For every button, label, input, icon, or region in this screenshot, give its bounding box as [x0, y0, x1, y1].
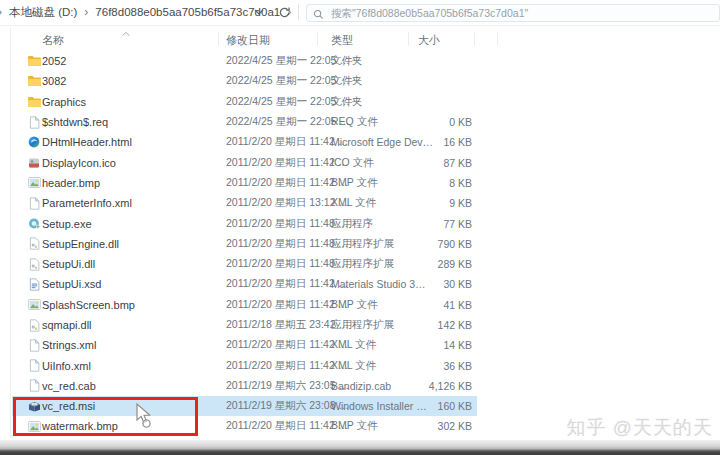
file-size: 160 KB: [395, 400, 472, 412]
file-type: REQ 文件: [331, 115, 378, 129]
column-header-type[interactable]: 类型: [331, 33, 353, 48]
file-name: SplashScreen.bmp: [42, 299, 135, 311]
file-date-modified: 2011/2/20 星期日 11:48 …: [226, 237, 348, 251]
column-divider: [474, 32, 475, 46]
file-size: 16 KB: [395, 136, 472, 148]
file-name: 2052: [42, 55, 66, 67]
file-icon: [26, 359, 42, 373]
table-row[interactable]: SplashScreen.bmp2011/2/20 星期日 11:42 …BMP…: [0, 295, 720, 315]
file-name: DisplayIcon.ico: [42, 157, 116, 169]
file-icon: [26, 196, 42, 210]
column-header-name[interactable]: 名称: [42, 33, 64, 48]
file-size: 302 KB: [395, 420, 472, 432]
column-divider: [218, 32, 219, 46]
breadcrumb-item-drive[interactable]: 本地磁盘 (D:): [9, 5, 77, 20]
file-type: 文件夹: [331, 74, 363, 88]
app-setup-icon: [26, 217, 42, 231]
file-date-modified: 2011/2/20 星期日 11:42 …: [226, 135, 348, 149]
file-date-modified: 2011/2/20 星期日 11:48 …: [226, 257, 348, 271]
annotation-red-box: [13, 397, 198, 436]
column-divider: [497, 32, 498, 46]
file-name: UiInfo.xml: [42, 360, 91, 372]
file-date-modified: 2011/2/20 星期日 11:42 …: [226, 156, 348, 170]
file-name: sqmapi.dll: [42, 319, 92, 331]
ico-icon: [26, 156, 42, 170]
file-icon: [26, 338, 42, 352]
file-type: 应用程序扩展: [331, 257, 394, 271]
file-type: 文件夹: [331, 95, 363, 109]
bottom-crop-band: [0, 440, 720, 455]
file-type: 应用程序扩展: [331, 237, 394, 251]
table-row[interactable]: DHtmlHeader.html2011/2/20 星期日 11:42 …Mic…: [0, 132, 720, 152]
file-name: SetupEngine.dll: [42, 238, 119, 250]
sort-ascending-icon: [122, 26, 130, 38]
file-name: DHtmlHeader.html: [42, 136, 132, 148]
file-type: BMP 文件: [331, 298, 377, 312]
folder-icon: [26, 74, 42, 88]
file-name: vc_red.cab: [42, 380, 96, 392]
table-row[interactable]: ParameterInfo.xml2011/2/20 星期日 13:12 …XM…: [0, 193, 720, 213]
column-header-date[interactable]: 修改日期: [226, 33, 270, 48]
file-type: XML 文件: [331, 359, 376, 373]
file-name: $shtdwn$.req: [42, 116, 108, 128]
column-header-row: 名称 修改日期 类型 大小: [0, 28, 720, 48]
dll-icon: [26, 318, 42, 332]
table-row[interactable]: $shtdwn$.req2022/4/25 星期一 22:05 …REQ 文件0…: [0, 112, 720, 132]
table-row[interactable]: sqmapi.dll2011/2/18 星期五 23:42 …应用程序扩展142…: [0, 315, 720, 335]
table-row[interactable]: Graphics2022/4/25 星期一 22:05 …文件夹: [0, 92, 720, 112]
edge-html-icon: [26, 135, 42, 149]
file-size: 289 KB: [395, 258, 472, 270]
xsd-icon: [26, 277, 42, 291]
file-size: 36 KB: [395, 360, 472, 372]
file-type: BMP 文件: [331, 419, 377, 433]
table-row[interactable]: SetupUi.xsd2011/2/20 星期日 11:42 …Material…: [0, 274, 720, 294]
table-row[interactable]: DisplayIcon.ico2011/2/20 星期日 11:42 …ICO …: [0, 152, 720, 172]
dll-icon: [26, 237, 42, 251]
chevron-right-icon: ›: [84, 6, 88, 18]
table-row[interactable]: UiInfo.xml2011/2/20 星期日 11:42 …XML 文件36 …: [0, 355, 720, 375]
image-icon: [26, 298, 42, 312]
file-type: XML 文件: [331, 338, 376, 352]
file-name: Strings.xml: [42, 339, 96, 351]
file-date-modified: 2011/2/20 星期日 11:42 …: [226, 338, 348, 352]
file-size: 8 KB: [395, 177, 472, 189]
address-bar: › 本地磁盘 (D:) › 76f8d088e0b5aa705b6f5a73c7…: [0, 0, 720, 26]
file-date-modified: 2011/2/20 星期日 11:42 …: [226, 419, 348, 433]
file-name: SetupUi.dll: [42, 258, 95, 270]
refresh-icon[interactable]: [276, 5, 292, 19]
file-icon: [26, 115, 42, 129]
table-row[interactable]: SetupUi.dll2011/2/20 星期日 11:48 …应用程序扩展28…: [0, 254, 720, 274]
file-type: 应用程序扩展: [331, 318, 394, 332]
file-size: 77 KB: [395, 218, 472, 230]
file-name: Graphics: [42, 96, 86, 108]
file-date-modified: 2011/2/20 星期日 11:42 …: [226, 277, 348, 291]
table-row[interactable]: vc_red.cab2011/2/19 星期六 23:05 …Bandizip.…: [0, 376, 720, 396]
table-row[interactable]: Strings.xml2011/2/20 星期日 11:42 …XML 文件14…: [0, 335, 720, 355]
file-type: BMP 文件: [331, 176, 377, 190]
mouse-cursor-icon: [133, 402, 155, 432]
table-row[interactable]: 20522022/4/25 星期一 22:05 …文件夹: [0, 51, 720, 71]
table-row[interactable]: 30822022/4/25 星期一 22:05 …文件夹: [0, 71, 720, 91]
table-row[interactable]: SetupEngine.dll2011/2/20 星期日 11:48 …应用程序…: [0, 234, 720, 254]
address-dropdown-chevron-icon[interactable]: [252, 5, 266, 19]
file-name: ParameterInfo.xml: [42, 197, 132, 209]
file-name: SetupUi.xsd: [42, 278, 101, 290]
search-box: [306, 3, 720, 21]
file-icon: [26, 379, 42, 393]
breadcrumb: › 本地磁盘 (D:) › 76f8d088e0b5aa705b6f5a73c7…: [0, 0, 291, 24]
file-size: 142 KB: [395, 319, 472, 331]
file-size: 790 KB: [395, 238, 472, 250]
file-name: header.bmp: [42, 177, 100, 189]
table-row[interactable]: header.bmp2011/2/20 星期日 11:42 …BMP 文件8 K…: [0, 173, 720, 193]
file-size: 30 KB: [395, 278, 472, 290]
folder-icon: [26, 54, 42, 68]
chevron-right-icon: ›: [0, 6, 2, 18]
column-divider: [408, 32, 409, 46]
file-size: 14 KB: [395, 339, 472, 351]
image-icon: [26, 176, 42, 190]
dll-icon: [26, 257, 42, 271]
column-header-size[interactable]: 大小: [418, 33, 440, 48]
file-date-modified: 2011/2/20 星期日 11:42 …: [226, 176, 348, 190]
table-row[interactable]: Setup.exe2011/2/20 星期日 11:48 …应用程序77 KB: [0, 213, 720, 233]
search-input[interactable]: [306, 4, 720, 22]
